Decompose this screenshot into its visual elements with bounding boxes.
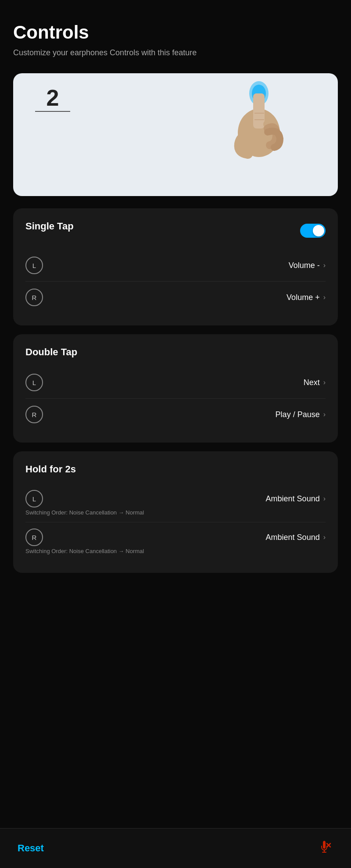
single-tap-left-value: Volume - › — [289, 261, 326, 270]
chevron-right-icon: › — [323, 379, 326, 386]
gesture-illustration-card: 2 — [13, 73, 338, 196]
double-tap-left-value-text: Next — [304, 378, 320, 387]
gesture-number-underline — [35, 111, 70, 112]
bottom-bar: Reset — [0, 828, 351, 868]
hold-2s-left-value-text: Ambient Sound — [266, 494, 320, 504]
left-ear-badge: L — [25, 490, 43, 507]
double-tap-right-row[interactable]: R Play / Pause › — [25, 398, 326, 430]
chevron-right-icon: › — [323, 293, 326, 301]
page-subtitle: Customize your earphones Controls with t… — [13, 48, 338, 57]
hold-2s-left-subtext: Switching Order: Noise Cancellation → No… — [25, 509, 326, 516]
single-tap-right-row[interactable]: R Volume + › — [25, 281, 326, 313]
gesture-tap-count: 2 — [47, 86, 59, 109]
hold-2s-right-subtext: Switching Order: Noise Cancellation → No… — [25, 548, 326, 554]
hold-2s-right-row[interactable]: R Ambient Sound › Switching Order: Noise… — [25, 522, 326, 561]
double-tap-left-row[interactable]: L Next › — [25, 367, 326, 398]
page-title: Controls — [13, 22, 338, 43]
hold-2s-left-value: Ambient Sound › — [266, 494, 326, 504]
single-tap-left-row[interactable]: L Volume - › — [25, 250, 326, 281]
double-tap-title: Double Tap — [25, 346, 326, 358]
mic-icon-wrap[interactable] — [315, 839, 333, 857]
double-tap-right-value-text: Play / Pause — [276, 410, 320, 419]
toggle-knob — [313, 225, 324, 236]
double-tap-right-value: Play / Pause › — [276, 410, 326, 419]
left-ear-badge: L — [25, 257, 43, 274]
chevron-right-icon: › — [323, 495, 326, 503]
single-tap-right-value-text: Volume + — [287, 293, 320, 302]
chevron-right-icon: › — [323, 533, 326, 541]
chevron-right-icon: › — [323, 411, 326, 418]
single-tap-right-value: Volume + › — [287, 293, 326, 302]
hold-2s-left-row[interactable]: L Ambient Sound › Switching Order: Noise… — [25, 484, 326, 522]
hold-2s-title: Hold for 2s — [25, 464, 326, 475]
svg-rect-4 — [253, 93, 265, 129]
single-tap-left-value-text: Volume - — [289, 261, 320, 270]
hold-2s-right-value-text: Ambient Sound — [266, 533, 320, 542]
hold-2s-section: Hold for 2s L Ambient Sound › Switching … — [13, 451, 338, 573]
chevron-right-icon: › — [323, 261, 326, 269]
hand-finger-illustration — [206, 80, 303, 196]
right-ear-badge: R — [25, 289, 43, 306]
single-tap-toggle[interactable] — [300, 224, 326, 238]
mic-icon — [317, 840, 331, 857]
single-tap-section: Single Tap L Volume - › R Volume + › — [13, 208, 338, 325]
double-tap-left-value: Next › — [304, 378, 326, 387]
hold-2s-right-value: Ambient Sound › — [266, 533, 326, 542]
right-ear-badge: R — [25, 529, 43, 546]
double-tap-section: Double Tap L Next › R Play / Pause › — [13, 334, 338, 443]
left-ear-badge: L — [25, 374, 43, 391]
right-ear-badge: R — [25, 406, 43, 423]
reset-button[interactable]: Reset — [18, 843, 44, 854]
single-tap-title: Single Tap — [25, 221, 74, 232]
